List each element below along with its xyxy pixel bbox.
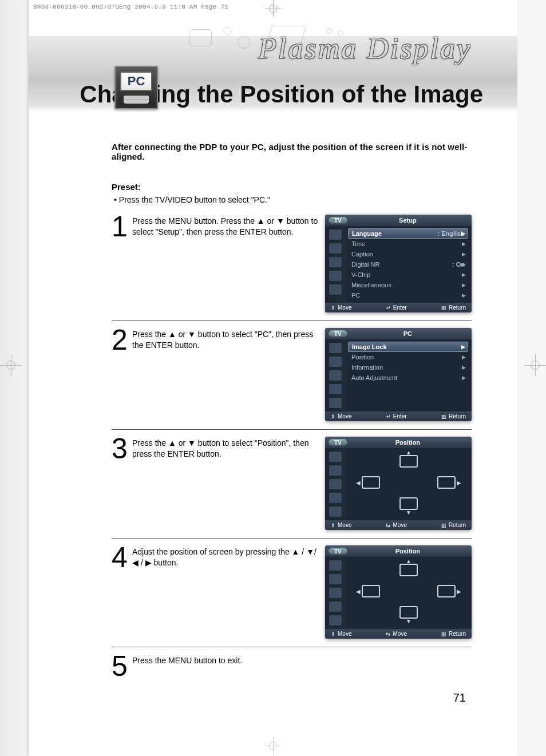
osd-item-time[interactable]: Time▶ <box>348 239 468 249</box>
osd-footer: ⇕Move ⇆Move ▥Return <box>325 629 472 639</box>
osd-icon-column <box>325 448 346 520</box>
screen-right-icon <box>437 585 456 597</box>
osd-item-label: Image Lock <box>352 343 387 350</box>
move-updown-icon: ⇕ <box>331 631 335 637</box>
osd-tv-pill: TV <box>329 330 347 338</box>
osd-footer-enter: Enter <box>393 413 407 419</box>
banner-script-title: Plasma Display <box>258 31 472 65</box>
chevron-right-icon: ▶ <box>462 262 466 267</box>
chevron-right-icon: ▶ <box>462 272 466 278</box>
screen-down-icon <box>399 606 418 619</box>
step-row-4: 4 Adjust the position of screen by press… <box>112 545 472 647</box>
step-number: 1 <box>112 215 132 239</box>
move-updown-icon: ⇕ <box>331 414 335 419</box>
osd-item-label: V-Chip <box>351 271 370 278</box>
osd-tab-icon <box>329 271 342 281</box>
osd-item-vchip[interactable]: V-Chip▶ <box>348 270 468 280</box>
step-row-3: 3 Press the ▲ or ▼ button to select "Pos… <box>112 437 472 539</box>
osd-tab-icon <box>329 574 342 584</box>
osd-item-label: Miscellaneous <box>351 282 391 288</box>
registration-mark-right <box>528 358 543 373</box>
osd-item-caption[interactable]: Caption▶ <box>348 249 468 259</box>
osd-tab-icon <box>329 229 342 240</box>
arrow-right-icon: ▶ <box>457 480 461 486</box>
step-row-1: 1 Press the MENU button. Press the ▲ or … <box>112 215 472 321</box>
osd-footer: ⇕Move ↵Enter ▥Return <box>325 411 472 421</box>
osd-item-label: Auto Adjustment <box>351 374 397 381</box>
osd-tab-icon <box>329 506 342 517</box>
osd-item-image-lock[interactable]: Image Lock▶ <box>348 342 468 352</box>
osd-list: Language: English▶ Time▶ Caption▶ Digita… <box>346 226 472 303</box>
osd-item-pc[interactable]: PC▶ <box>348 290 468 300</box>
osd-item-value: : English <box>438 230 464 237</box>
chevron-right-icon: ▶ <box>461 231 465 236</box>
step-number: 5 <box>112 654 132 679</box>
osd-footer-move: Move <box>338 522 351 528</box>
osd-footer-return: Return <box>449 413 466 419</box>
osd-item-misc[interactable]: Miscellaneous▶ <box>348 280 468 290</box>
arrow-left-icon: ◀ <box>356 480 361 486</box>
chevron-right-icon: ▶ <box>462 354 466 360</box>
arrow-down-icon: ▼ <box>406 509 412 516</box>
chevron-right-icon: ▶ <box>462 365 466 370</box>
preset-heading: Preset: <box>112 182 472 192</box>
osd-item-label: PC <box>351 292 360 299</box>
chevron-right-icon: ▶ <box>462 282 466 288</box>
osd-item-language[interactable]: Language: English▶ <box>348 228 468 239</box>
osd-tab-icon <box>329 284 342 295</box>
arrow-left-icon: ◀ <box>356 588 361 595</box>
osd-tab-icon <box>329 465 342 476</box>
osd-tab-icon <box>329 601 342 612</box>
return-icon: ▥ <box>441 523 446 528</box>
osd-item-label: Caption <box>351 251 373 258</box>
step-number: 2 <box>112 328 132 353</box>
screen-left-icon <box>362 585 380 597</box>
step-text: Press the ▲ or ▼ button to select "PC", … <box>132 328 321 351</box>
osd-item-information[interactable]: Information▶ <box>348 362 468 373</box>
osd-tab-icon <box>329 343 342 353</box>
osd-footer: ⇕Move ↵Enter ▥Return <box>325 303 472 312</box>
osd-tab-icon <box>329 257 342 267</box>
osd-footer-return: Return <box>449 522 466 528</box>
osd-tab-icon <box>329 384 342 394</box>
enter-icon: ↵ <box>386 305 391 311</box>
osd-item-label: Position <box>351 354 374 361</box>
osd-footer-move: Move <box>338 304 351 311</box>
osd-list: Image Lock▶ Position▶ Information▶ Auto … <box>346 339 472 411</box>
position-pad[interactable]: ▲ ▼ ◀ ▶ <box>346 448 472 517</box>
osd-footer-move: Move <box>338 631 351 637</box>
position-pad[interactable]: ▲ ▼ ◀ ▶ <box>346 557 472 626</box>
screen-up-icon <box>399 564 418 576</box>
screen-up-icon <box>399 455 418 468</box>
page-gutter <box>0 0 29 756</box>
osd-title: Setup <box>347 217 468 224</box>
osd-item-digital-nr[interactable]: Digital NR: On▶ <box>348 259 468 270</box>
move-updown-icon: ⇕ <box>331 305 335 311</box>
page: BN68-00631B-00_062-075Eng 2004.6.9 11:0 … <box>29 0 517 756</box>
step-text: Press the MENU button to exit. <box>132 654 321 666</box>
osd-tab-icon <box>329 493 342 503</box>
osd-setup: TV Setup Language: English▶ <box>325 215 472 312</box>
pc-badge-icon: PC <box>114 66 158 109</box>
return-icon: ▥ <box>441 631 446 637</box>
step-text: Press the MENU button. Press the ▲ or ▼ … <box>132 215 321 238</box>
osd-footer-return: Return <box>449 631 466 637</box>
osd-title: Position <box>347 548 468 555</box>
osd-item-auto-adjustment[interactable]: Auto Adjustment▶ <box>348 373 468 383</box>
enter-icon: ↵ <box>386 414 391 419</box>
osd-icon-column <box>325 557 346 629</box>
osd-icon-column <box>325 339 346 411</box>
screen-down-icon <box>399 497 418 510</box>
page-banner: Plasma Display Changing the Position of … <box>29 26 517 112</box>
osd-footer-enter: Enter <box>393 304 407 311</box>
osd-tab-icon <box>329 243 342 254</box>
osd-tv-pill: TV <box>329 439 347 446</box>
osd-tv-pill: TV <box>329 548 347 555</box>
return-icon: ▥ <box>441 414 446 419</box>
osd-icon-column <box>325 226 346 303</box>
step-row-5: 5 Press the MENU button to exit. <box>112 654 472 679</box>
osd-item-position[interactable]: Position▶ <box>348 352 468 362</box>
chevron-right-icon: ▶ <box>462 251 466 257</box>
preset-bullet: • Press the TV/VIDEO button to select "P… <box>114 195 472 204</box>
pc-badge-label: PC <box>120 72 152 91</box>
